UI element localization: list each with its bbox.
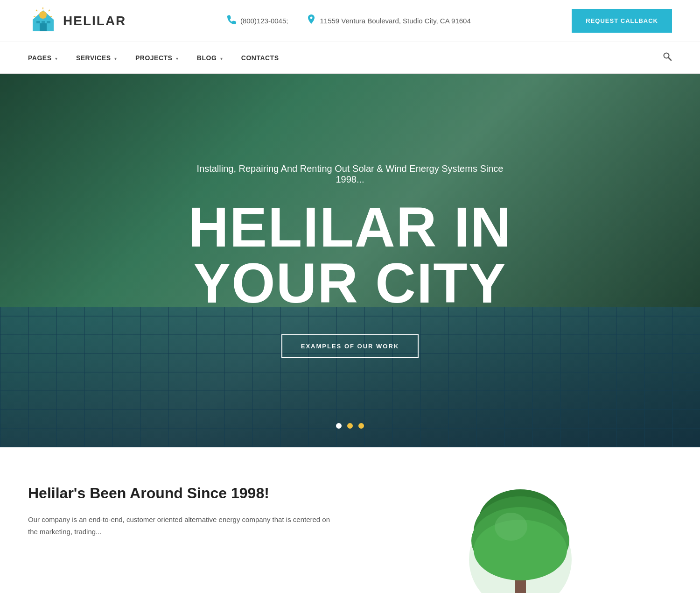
nav-links: PAGES ▾ SERVICES ▾ PROJECTS ▾ BLOG ▾ CON…: [28, 54, 279, 62]
phone-text: (800)123-0045;: [240, 17, 288, 25]
hero-subtitle: Installing, Repairing And Renting Out So…: [187, 163, 513, 185]
hero-dot-2[interactable]: [347, 423, 353, 429]
svg-rect-9: [42, 21, 45, 23]
projects-chevron-icon: ▾: [176, 56, 178, 61]
svg-line-5: [36, 10, 37, 11]
about-text: Our company is an end-to-end, customer o…: [28, 514, 331, 537]
about-title: Helilar's Been Around Since 1998!: [28, 485, 331, 502]
header-top: HELILAR (800)123-0045; 11559 Ventura Bou…: [0, 0, 700, 42]
blog-chevron-icon: ▾: [220, 56, 223, 61]
hero-dot-3[interactable]: [358, 423, 364, 429]
address-text: 11559 Ventura Boulevard, Studio City, CA…: [320, 17, 470, 25]
nav-link-contacts[interactable]: CONTACTS: [241, 54, 279, 62]
request-callback-button[interactable]: REQUEST CALLBACK: [572, 9, 672, 33]
about-section: Helilar's Been Around Since 1998! Our co…: [0, 447, 700, 593]
svg-point-1: [39, 11, 47, 19]
logo-text: HELILAR: [63, 14, 126, 28]
svg-line-12: [669, 58, 672, 61]
hero-dot-1[interactable]: [336, 423, 342, 429]
address-contact: 11559 Ventura Boulevard, Studio City, CA…: [307, 14, 470, 27]
nav-item-projects[interactable]: PROJECTS ▾: [135, 54, 178, 62]
hero-title-line1: HELILAR IN: [188, 196, 511, 258]
nav-link-projects[interactable]: PROJECTS: [135, 54, 172, 62]
hero-cta-button[interactable]: EXAMPLES OF OUR WORK: [281, 334, 419, 358]
logo-icon: [28, 6, 58, 36]
nav-item-contacts[interactable]: CONTACTS: [241, 54, 279, 62]
main-nav: PAGES ▾ SERVICES ▾ PROJECTS ▾ BLOG ▾ CON…: [0, 42, 700, 74]
services-chevron-icon: ▾: [114, 56, 117, 61]
address-icon: [307, 14, 316, 27]
nav-item-blog[interactable]: BLOG ▾: [197, 54, 223, 62]
nav-item-pages[interactable]: PAGES ▾: [28, 54, 57, 62]
nav-link-pages[interactable]: PAGES: [28, 54, 51, 62]
hero-title: HELILAR IN YOUR CITY: [188, 199, 511, 311]
hero-section: Installing, Repairing And Renting Out So…: [0, 74, 700, 447]
hero-title-line2: YOUR CITY: [193, 252, 506, 314]
nav-link-blog[interactable]: BLOG: [197, 54, 217, 62]
nav-item-services[interactable]: SERVICES ▾: [76, 54, 117, 62]
green-globe-illustration: [455, 485, 586, 593]
about-right: [369, 485, 672, 593]
svg-point-19: [495, 513, 527, 541]
hero-carousel-dots: [336, 423, 364, 429]
svg-line-3: [49, 10, 50, 11]
svg-rect-7: [40, 23, 47, 31]
svg-rect-10: [47, 21, 50, 23]
svg-rect-8: [36, 21, 40, 23]
header-contact-info: (800)123-0045; 11559 Ventura Boulevard, …: [227, 14, 471, 27]
search-button[interactable]: [663, 52, 672, 64]
search-icon: [663, 52, 672, 61]
phone-icon: [227, 15, 237, 27]
phone-contact: (800)123-0045;: [227, 15, 288, 27]
logo-area[interactable]: HELILAR: [28, 6, 126, 36]
about-left: Helilar's Been Around Since 1998! Our co…: [28, 485, 331, 537]
nav-link-services[interactable]: SERVICES: [76, 54, 111, 62]
pages-chevron-icon: ▾: [55, 56, 57, 61]
